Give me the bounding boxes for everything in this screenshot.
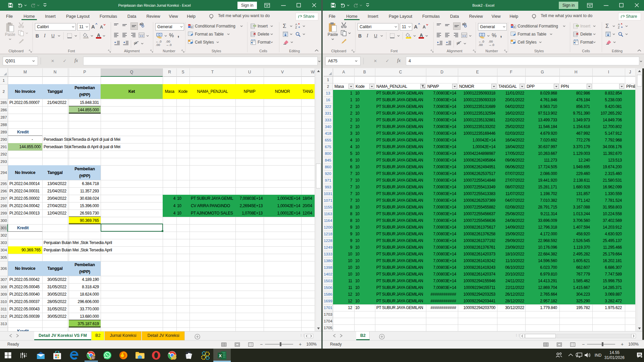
svg-text:ab: ab	[134, 41, 137, 45]
svg-text:≠: ≠	[191, 25, 193, 28]
svg-text:ab: ab	[457, 41, 460, 45]
svg-text:≠: ≠	[514, 25, 516, 28]
svg-text:X: X	[219, 353, 222, 358]
svg-text:Z: Z	[295, 26, 297, 29]
svg-text:D: D	[92, 356, 94, 359]
svg-text:Z: Z	[618, 26, 620, 29]
